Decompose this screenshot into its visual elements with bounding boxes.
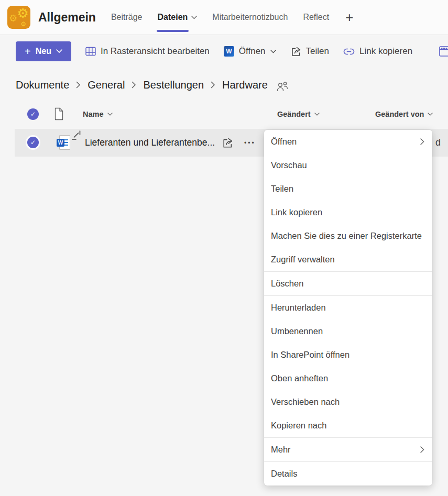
check-icon: ✓ xyxy=(30,111,36,118)
menu-item-vorschau[interactable]: Vorschau xyxy=(264,153,432,177)
share-button[interactable]: Teilen xyxy=(290,46,329,57)
menu-item-registerkarte[interactable]: Machen Sie dies zu einer Registerkarte xyxy=(264,224,432,248)
tab-label: Reflect xyxy=(303,13,329,22)
chevron-right-icon xyxy=(420,446,424,453)
menu-item-label: Machen Sie dies zu einer Registerkarte xyxy=(271,231,422,241)
tab-reflect[interactable]: Reflect xyxy=(303,0,329,35)
breadcrumb-general[interactable]: General xyxy=(88,79,125,91)
column-header-name[interactable]: Name xyxy=(83,103,113,126)
column-label: Geändert xyxy=(277,110,311,118)
new-button[interactable]: + Neu xyxy=(16,41,71,61)
menu-item-label: Mehr xyxy=(271,445,291,455)
files-toolbar: + Neu In Rasteransicht bearbeiten W Öffn… xyxy=(0,36,448,67)
menu-item-label: Löschen xyxy=(271,279,303,289)
share-icon[interactable] xyxy=(222,137,233,148)
chevron-right-icon xyxy=(132,81,136,89)
menu-item-verschieben-nach[interactable]: Verschieben nach xyxy=(264,390,432,414)
more-options-button[interactable]: ••• xyxy=(244,129,256,157)
plus-icon: + xyxy=(25,46,31,58)
word-file-icon: W xyxy=(57,135,70,151)
column-label: Name xyxy=(83,110,104,118)
chevron-right-icon xyxy=(76,81,81,89)
select-all-checkbox[interactable]: ✓ xyxy=(27,108,39,120)
tab-beitraege[interactable]: Beiträge xyxy=(111,0,143,35)
menu-item-label: Herunterladen xyxy=(271,303,326,313)
menu-item-label: Kopieren nach xyxy=(271,421,326,431)
menu-item-umbenennen[interactable]: Umbenennen xyxy=(264,319,432,343)
tab-mitarbeiternotizbuch[interactable]: Mitarbeiternotizbuch xyxy=(212,0,288,35)
menu-item-teilen[interactable]: Teilen xyxy=(264,177,432,201)
share-icon xyxy=(290,46,301,57)
open-button[interactable]: W Öffnen xyxy=(224,46,276,57)
add-tab-button[interactable]: + xyxy=(345,9,353,26)
menu-item-zugriff-verwalten[interactable]: Zugriff verwalten xyxy=(264,248,432,271)
word-badge: W xyxy=(57,139,64,147)
copy-link-button[interactable]: Link kopieren xyxy=(343,46,412,57)
share-label: Teilen xyxy=(306,46,329,57)
chevron-right-icon xyxy=(420,138,424,145)
breadcrumb-dokumente[interactable]: Dokumente xyxy=(16,79,69,91)
menu-item-mehr[interactable]: Mehr xyxy=(264,438,432,461)
gear-icon: ⚙ xyxy=(9,14,17,23)
chevron-down-icon xyxy=(270,50,276,53)
file-context-menu: Öffnen Vorschau Teilen Link kopieren Mac… xyxy=(264,130,432,486)
gear-icon: ⚙ xyxy=(20,21,26,27)
copy-link-label: Link kopieren xyxy=(359,46,412,57)
menu-item-link-kopieren[interactable]: Link kopieren xyxy=(264,201,432,224)
tab-label: Dateien xyxy=(158,13,188,22)
new-button-label: Neu xyxy=(36,47,51,56)
menu-item-label: Zugriff verwalten xyxy=(271,255,335,264)
menu-item-details[interactable]: Details xyxy=(264,462,432,486)
file-name[interactable]: Lieferanten und Lieferantenbe... xyxy=(85,129,215,157)
menu-item-oben-anheften[interactable]: Oben anheften xyxy=(264,367,432,390)
menu-item-label: Oben anheften xyxy=(271,373,328,383)
menu-item-herunterladen[interactable]: Herunterladen xyxy=(264,296,432,319)
check-icon: ✓ xyxy=(30,139,36,146)
word-icon: W xyxy=(224,46,234,57)
team-avatar[interactable]: ⚙ ⚙ ⚙ xyxy=(7,6,30,29)
grid-edit-button[interactable]: In Rasteransicht bearbeiten xyxy=(85,46,210,57)
row-checkbox[interactable]: ✓ xyxy=(27,137,39,148)
menu-item-label: Details xyxy=(271,469,297,479)
file-list-header: ✓ Name Geändert Geändert von xyxy=(0,103,448,126)
column-header-modified-by[interactable]: Geändert von xyxy=(375,103,433,126)
modified-by-fragment: d xyxy=(435,129,441,157)
menu-item-label: Vorschau xyxy=(271,160,307,170)
chevron-down-icon xyxy=(428,113,433,116)
tab-label: Beiträge xyxy=(111,13,143,22)
open-in-window-icon[interactable] xyxy=(439,46,448,57)
chevron-down-icon xyxy=(191,16,197,19)
breadcrumb-bestellungen[interactable]: Bestellungen xyxy=(143,79,204,91)
channel-title: Allgemein xyxy=(38,10,96,25)
menu-item-label: In SharePoint öffnen xyxy=(271,350,349,360)
menu-item-oeffnen[interactable]: Öffnen xyxy=(264,130,432,153)
tab-label: Mitarbeiternotizbuch xyxy=(212,13,288,22)
menu-item-kopieren-nach[interactable]: Kopieren nach xyxy=(264,414,432,437)
chevron-right-icon xyxy=(211,81,215,89)
breadcrumb-hardware[interactable]: Hardware xyxy=(222,79,268,91)
grid-icon xyxy=(85,47,96,56)
mouse-cursor-icon xyxy=(71,129,82,141)
menu-item-label: Öffnen xyxy=(271,137,297,147)
breadcrumb: Dokumente General Bestellungen Hardware xyxy=(16,72,289,97)
menu-item-label: Teilen xyxy=(271,184,293,194)
menu-item-label: Umbenennen xyxy=(271,326,323,336)
people-icon[interactable] xyxy=(276,81,289,92)
chevron-down-icon xyxy=(56,49,62,53)
chevron-down-icon xyxy=(107,113,113,116)
document-type-column-icon[interactable] xyxy=(54,107,64,120)
menu-item-label: Link kopieren xyxy=(271,207,322,217)
gear-icon: ⚙ xyxy=(17,7,29,20)
channel-header: ⚙ ⚙ ⚙ Allgemein Beiträge Dateien Mitarbe… xyxy=(0,0,448,35)
menu-item-sharepoint-oeffnen[interactable]: In SharePoint öffnen xyxy=(264,343,432,367)
link-icon xyxy=(343,48,355,56)
menu-item-label: Verschieben nach xyxy=(271,397,340,407)
open-label: Öffnen xyxy=(239,46,266,57)
menu-item-loeschen[interactable]: Löschen xyxy=(264,272,432,295)
column-header-modified[interactable]: Geändert xyxy=(277,103,320,126)
grid-edit-label: In Rasteransicht bearbeiten xyxy=(101,46,210,57)
column-label: Geändert von xyxy=(375,110,424,118)
tab-dateien[interactable]: Dateien xyxy=(158,0,198,35)
tab-bar: Beiträge Dateien Mitarbeiternotizbuch Re… xyxy=(111,0,353,35)
chevron-down-icon xyxy=(314,113,320,116)
